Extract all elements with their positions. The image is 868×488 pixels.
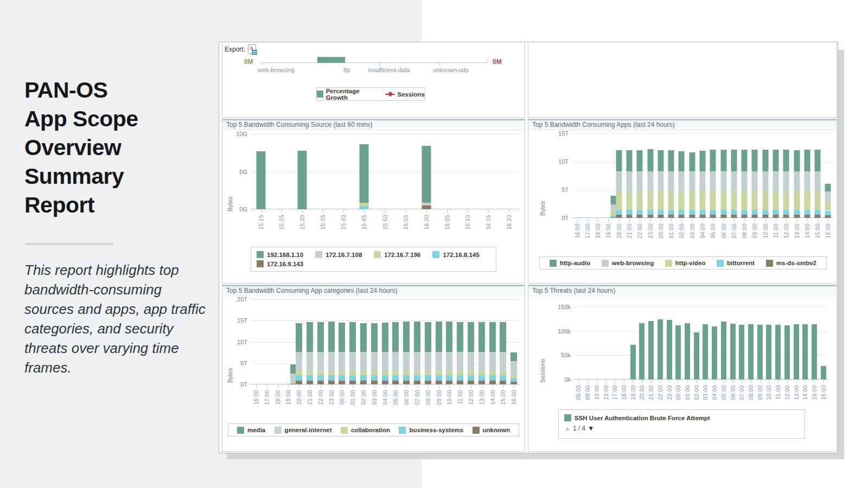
stacked-bar	[773, 133, 778, 218]
bar-segment	[804, 171, 810, 191]
x-tick-label: 23:00	[666, 385, 672, 400]
x-tick-label: 13:00	[478, 390, 484, 405]
stacked-bar	[748, 307, 754, 380]
legend-item: 172.16.8.145	[432, 251, 479, 258]
x-tick-label: 12:00	[784, 385, 790, 400]
x-tick-label: 02:00	[693, 385, 699, 400]
legend-item: general-internet	[275, 427, 332, 434]
bar-segment	[794, 215, 800, 218]
x-tick-label: 19:00	[605, 223, 611, 239]
mini-chart-bar	[317, 57, 345, 63]
x-tick-label: 02:00	[679, 223, 685, 239]
bar-segment	[339, 381, 345, 384]
bar-segment	[349, 352, 356, 371]
y-tick-label: 150k	[558, 304, 571, 310]
bar-segment	[748, 324, 754, 380]
bar-segment	[510, 378, 517, 382]
bar-segment	[349, 375, 356, 380]
bar-segment	[422, 146, 431, 202]
stacked-bar	[794, 133, 800, 218]
legend-label: 172.16.9.143	[267, 261, 303, 267]
bar-segment	[360, 371, 367, 376]
bar-segment	[658, 191, 663, 210]
bar-segment	[627, 171, 633, 191]
bar-segment	[478, 375, 485, 380]
stacked-bar	[775, 307, 781, 380]
bar-segment	[637, 150, 643, 172]
panel-percentage-growth: Export: A 0M 0M web-browsing ftp insuffi…	[222, 43, 525, 118]
bar-segment	[510, 361, 517, 375]
legend-item: Percentage Growth	[317, 88, 378, 101]
export-label: Export:	[225, 46, 245, 53]
bar-segment	[825, 201, 831, 211]
x-tick-label: 20:00	[296, 390, 302, 405]
x-tick-label: 01:00	[684, 385, 690, 400]
bar-segment	[773, 210, 778, 215]
bar-segment	[500, 375, 506, 380]
plot-area	[251, 134, 519, 209]
bar-segment	[436, 375, 442, 380]
mini-chart-legend: Percentage Growth Sessions	[316, 87, 425, 101]
bar-segment	[762, 210, 768, 215]
bar-segment	[757, 325, 763, 380]
chart-title: Top 5 Threats (last 24 hours)	[528, 285, 837, 296]
bar-segment	[630, 345, 636, 380]
x-tick-label: 01:00	[350, 390, 356, 405]
bar-segment	[510, 375, 517, 378]
stacked-bar	[468, 299, 474, 384]
y-tick-labels: 0T5T10T15T	[528, 133, 571, 218]
bar-segment	[478, 381, 485, 384]
legend-label: unknown	[483, 427, 510, 433]
legend-swatch	[432, 251, 439, 258]
bar-segment	[392, 381, 399, 384]
y-tick-labels: 0k50k100k150k	[528, 307, 573, 380]
stacked-bar	[298, 134, 307, 209]
panel-empty	[528, 43, 837, 118]
page-down-icon[interactable]: ▼	[588, 425, 594, 432]
bar-segment	[647, 210, 653, 215]
page-title-line: App Scope	[24, 105, 214, 133]
legend-swatch	[564, 414, 571, 421]
bar-segment	[752, 171, 758, 191]
legend-item: 172.16.7.108	[315, 251, 362, 258]
bar-segment	[794, 324, 799, 380]
bar-segment	[689, 210, 695, 215]
x-tick-labels: 16:0017:0018:0019:0020:0021:0022:0023:00…	[251, 388, 519, 416]
bar-segment	[425, 375, 431, 380]
y-tick-label: 5G	[239, 169, 247, 175]
bar-segment	[720, 171, 726, 191]
page-up-icon[interactable]: ▲	[564, 425, 571, 432]
stacked-bar	[802, 307, 808, 380]
bar-segment	[446, 381, 452, 384]
legend-item: collaboration	[341, 427, 390, 434]
page-title-line: Report	[24, 191, 214, 220]
pdf-export-icon[interactable]: A	[248, 44, 256, 54]
legend-swatch	[257, 260, 264, 267]
x-tick-label: 16:20	[506, 215, 512, 230]
y-tick-label: 20T	[237, 296, 247, 303]
stacked-bar	[784, 307, 790, 380]
bar-segment	[700, 191, 706, 210]
bar-segment	[414, 381, 420, 384]
x-tick-label: 03:00	[689, 223, 695, 239]
y-tick-labels: 0T5T10T15T20T	[222, 299, 250, 384]
x-tick-label: 15:35	[320, 215, 326, 230]
x-tick-label: 21:00	[648, 385, 654, 400]
bar-segment	[700, 151, 706, 171]
bar-segment	[328, 371, 335, 376]
chart-title: Top 5 Bandwidth Consuming App categories…	[222, 285, 525, 296]
bar-segment	[382, 323, 388, 352]
x-tick-label: 23:00	[647, 223, 653, 239]
x-tick-labels: 15:1515:2515:3015:3515:4015:4515:5015:55…	[251, 213, 519, 241]
stacked-bar	[739, 307, 744, 380]
legend: mediageneral-internetcollaborationbusine…	[228, 423, 519, 436]
bar-segment	[360, 381, 367, 384]
legend-swatch	[237, 427, 244, 434]
legend: http-audioweb-browsinghttp-videobittorre…	[539, 256, 827, 269]
stacked-bar	[360, 299, 367, 384]
bar-segment	[710, 191, 716, 210]
bar-segment	[668, 171, 674, 191]
legend-label: 172.16.8.145	[443, 252, 479, 258]
chart-title: Top 5 Bandwidth Consuming Source (last 6…	[222, 119, 525, 130]
bar-segment	[328, 381, 335, 384]
